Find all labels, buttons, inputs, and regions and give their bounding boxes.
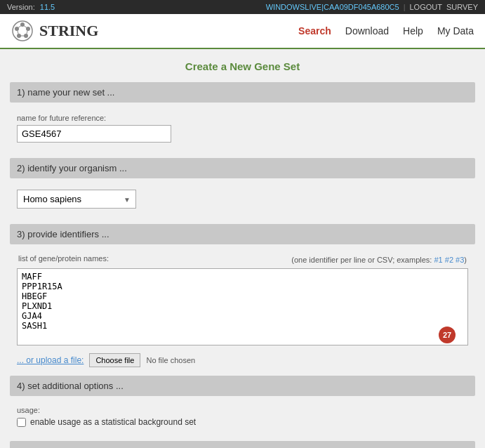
section1-inner: name for future reference:: [10, 110, 475, 150]
string-logo-icon: [11, 20, 34, 42]
user-link[interactable]: WINDOWSLIVE|CAA09DF045A680C5: [266, 3, 399, 11]
section-organism: 2) identify your organism ... Homo sapie…: [10, 158, 475, 216]
identifiers-label: list of gene/protein names:: [18, 254, 109, 263]
logo-text: STRING: [39, 22, 98, 40]
header: STRING Search Download Help My Data: [0, 14, 485, 49]
example2-link[interactable]: #2: [445, 256, 453, 264]
section3-inner: list of gene/protein names: (one identif…: [10, 251, 475, 367]
nav-download[interactable]: Download: [345, 25, 389, 37]
example1-link[interactable]: #1: [434, 256, 442, 264]
nav-search[interactable]: Search: [298, 25, 331, 37]
section-name: 1) name your new set ... name for future…: [10, 82, 475, 150]
svg-line-6: [22, 25, 28, 29]
organism-select-wrapper: Homo sapiens Mus musculus Rattus norvegi…: [17, 190, 136, 209]
section-launch: 5) launch ...: [10, 441, 475, 448]
top-bar: Version: 11.5 WINDOWSLIVE|CAA09DF045A680…: [0, 0, 485, 14]
section1-header: 1) name your new set ...: [10, 82, 475, 103]
section5-header: 5) launch ...: [10, 441, 475, 448]
nav-links: Search Download Help My Data: [298, 25, 474, 37]
choose-file-button[interactable]: Choose file: [89, 353, 140, 367]
textarea-wrapper: MAFF PPP1R15A HBEGF PLXND1 GJA4 SASH1 27: [17, 268, 468, 348]
section-identifiers: 3) provide identifiers ... list of gene/…: [10, 224, 475, 367]
organism-select[interactable]: Homo sapiens Mus musculus Rattus norvegi…: [17, 190, 136, 209]
gene-textarea[interactable]: MAFF PPP1R15A HBEGF PLXND1 GJA4 SASH1: [17, 268, 468, 345]
version-info: Version: 11.5: [7, 3, 55, 11]
name-field-label: name for future reference:: [17, 114, 468, 122]
gene-count-badge: 27: [439, 327, 456, 343]
page-title: Create a New Gene Set: [10, 60, 475, 72]
usage-row: enable usage as a statistical background…: [10, 414, 475, 433]
usage-label: usage:: [10, 403, 475, 414]
nav-my-data[interactable]: My Data: [437, 25, 474, 37]
background-set-checkbox[interactable]: [17, 418, 26, 427]
survey-link[interactable]: SURVEY: [446, 3, 478, 11]
name-input[interactable]: [17, 125, 171, 143]
section4-header: 4) set additional options ...: [10, 376, 475, 396]
logout-link[interactable]: LOGOUT: [410, 3, 442, 11]
section3-header: 3) provide identifiers ...: [10, 224, 475, 244]
logo: STRING: [11, 20, 98, 42]
identifiers-header-row: list of gene/protein names: (one identif…: [17, 254, 468, 265]
section2-header: 2) identify your organism ...: [10, 158, 475, 178]
top-links: WINDOWSLIVE|CAA09DF045A680C5 | LOGOUT SU…: [266, 3, 478, 11]
main-content: Create a New Gene Set 1) name your new s…: [0, 49, 485, 448]
nav-help[interactable]: Help: [403, 25, 423, 37]
no-file-text: No file chosen: [146, 356, 195, 364]
upload-row: ... or upload a file: Choose file No fil…: [17, 353, 468, 367]
section2-inner: Homo sapiens Mus musculus Rattus norvegi…: [10, 185, 475, 216]
identifiers-hint: (one identifier per line or CSV; example…: [291, 256, 467, 264]
section-options: 4) set additional options ... usage: ena…: [10, 376, 475, 433]
upload-label: ... or upload a file:: [17, 355, 84, 365]
background-set-label: enable usage as a statistical background…: [30, 417, 196, 427]
example3-link[interactable]: #3: [456, 256, 464, 264]
svg-line-10: [17, 25, 22, 29]
